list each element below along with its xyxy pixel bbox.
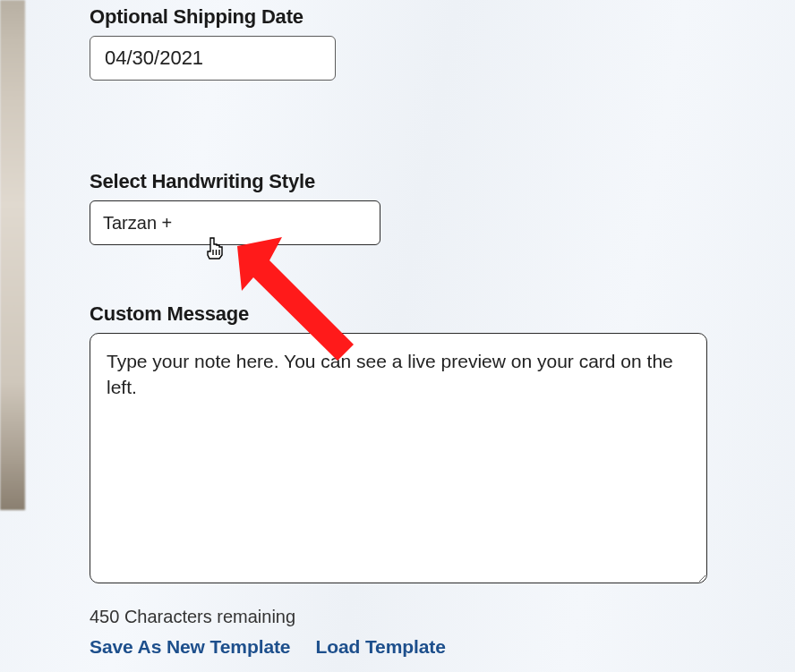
custom-message-group: Custom Message 450 Characters remaining … — [90, 302, 707, 658]
load-template-link[interactable]: Load Template — [315, 636, 445, 658]
template-link-row: Save As New Template Load Template — [90, 636, 707, 658]
handwriting-style-label: Select Handwriting Style — [90, 170, 707, 193]
save-template-link[interactable]: Save As New Template — [90, 636, 290, 658]
card-customization-form: Optional Shipping Date Select Handwritin… — [90, 5, 707, 658]
custom-message-textarea[interactable] — [90, 333, 707, 583]
shipping-date-input[interactable] — [90, 36, 336, 81]
product-preview-edge — [0, 0, 25, 510]
characters-remaining: 450 Characters remaining — [90, 607, 707, 627]
shipping-date-group: Optional Shipping Date — [90, 5, 707, 81]
handwriting-style-group: Select Handwriting Style Tarzan + — [90, 170, 707, 245]
handwriting-style-select[interactable]: Tarzan + — [90, 200, 380, 245]
shipping-date-label: Optional Shipping Date — [90, 5, 707, 29]
custom-message-label: Custom Message — [90, 302, 707, 326]
